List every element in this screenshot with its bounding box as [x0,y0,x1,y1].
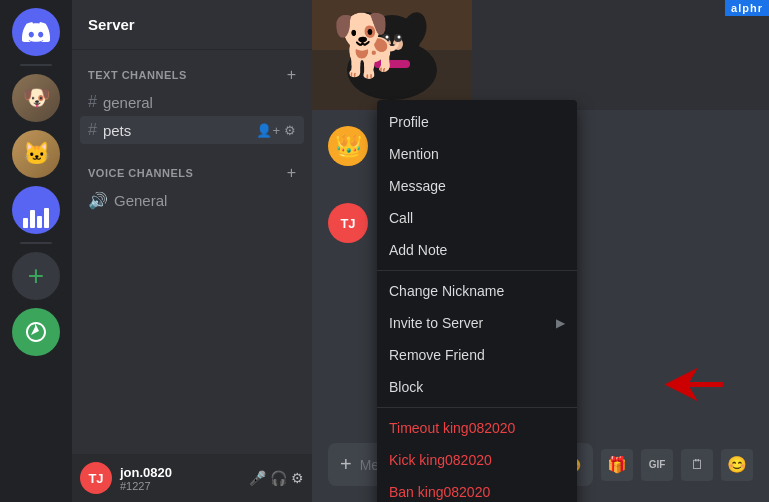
context-menu-item-message[interactable]: Message [377,170,577,202]
context-menu-item-remove-friend[interactable]: Remove Friend [377,339,577,371]
add-text-channel-button[interactable]: + [287,66,296,84]
user-bar: TJ jon.0820 #1227 🎤 🎧 ⚙ [72,454,312,502]
context-menu-item-block[interactable]: Block [377,371,577,403]
speaker-icon: 🔊 [88,191,108,210]
submenu-arrow-icon: ▶ [556,316,565,330]
server-divider-2 [20,242,52,244]
server-name: Server [88,16,135,33]
context-menu-item-profile[interactable]: Profile [377,106,577,138]
user-name: jon.0820 [120,465,241,480]
channel-item-general[interactable]: # general [80,88,304,116]
context-menu-item-invite-to-server[interactable]: Invite to Server ▶ [377,307,577,339]
context-menu-divider-2 [377,407,577,408]
user-avatar-text: TJ [88,471,103,486]
server-icon-cat[interactable]: 🐱 [12,130,60,178]
add-voice-channel-button[interactable]: + [287,164,296,182]
text-channels-header: TEXT CHANNELS + [80,66,304,84]
hash-icon-pets: # [88,121,97,139]
channel-name-general-voice: General [114,192,167,209]
channel-name-pets: pets [103,122,131,139]
channel-actions: 👤+ ⚙ [256,123,296,138]
invite-icon[interactable]: 👤+ [256,123,280,138]
alphr-badge: alphr [725,0,769,16]
user-avatar: TJ [80,462,112,494]
context-menu-divider-1 [377,270,577,271]
context-menu-item-ban[interactable]: Ban king082020 [377,476,577,502]
server-header[interactable]: Server [72,0,312,50]
server-icon-dog[interactable]: 🐶 [12,74,60,122]
server-icon-chart[interactable] [12,186,60,234]
voice-channels-section: VOICE CHANNELS + 🔊 General [72,148,312,219]
user-controls: 🎤 🎧 ⚙ [249,470,304,486]
context-menu-overlay[interactable]: Profile Mention Message Call Add Note Ch… [312,0,769,502]
server-divider [20,64,52,66]
context-menu-item-timeout[interactable]: Timeout king082020 [377,412,577,444]
context-menu: Profile Mention Message Call Add Note Ch… [377,100,577,502]
mic-icon[interactable]: 🎤 [249,470,266,486]
text-channels-title: TEXT CHANNELS [88,69,187,81]
channel-item-general-voice[interactable]: 🔊 General [80,186,304,215]
text-channels-section: TEXT CHANNELS + # general # pets 👤+ ⚙ [72,50,312,148]
voice-channels-header: VOICE CHANNELS + [80,164,304,182]
channel-sidebar: Server TEXT CHANNELS + # general # pets … [72,0,312,502]
voice-channels-title: VOICE CHANNELS [88,167,193,179]
server-icon-add[interactable]: + [12,252,60,300]
context-menu-item-kick[interactable]: Kick king082020 [377,444,577,476]
settings-icon[interactable]: ⚙ [284,123,296,138]
user-tag: #1227 [120,480,241,492]
server-sidebar: 🐶 🐱 + [0,0,72,502]
context-menu-item-call[interactable]: Call [377,202,577,234]
hash-icon: # [88,93,97,111]
settings-icon-user[interactable]: ⚙ [291,470,304,486]
user-info: jon.0820 #1227 [120,465,241,492]
headset-icon[interactable]: 🎧 [270,470,287,486]
context-menu-item-change-nickname[interactable]: Change Nickname [377,275,577,307]
context-menu-item-add-note[interactable]: Add Note [377,234,577,266]
server-icon-explore[interactable] [12,308,60,356]
channel-name-general: general [103,94,153,111]
context-menu-item-mention[interactable]: Mention [377,138,577,170]
server-icon-discord-home[interactable] [12,8,60,56]
main-content: 👑 king082020 Today at 12:22 So cu 😍 1 TJ… [312,0,769,502]
channel-item-pets[interactable]: # pets 👤+ ⚙ [80,116,304,144]
